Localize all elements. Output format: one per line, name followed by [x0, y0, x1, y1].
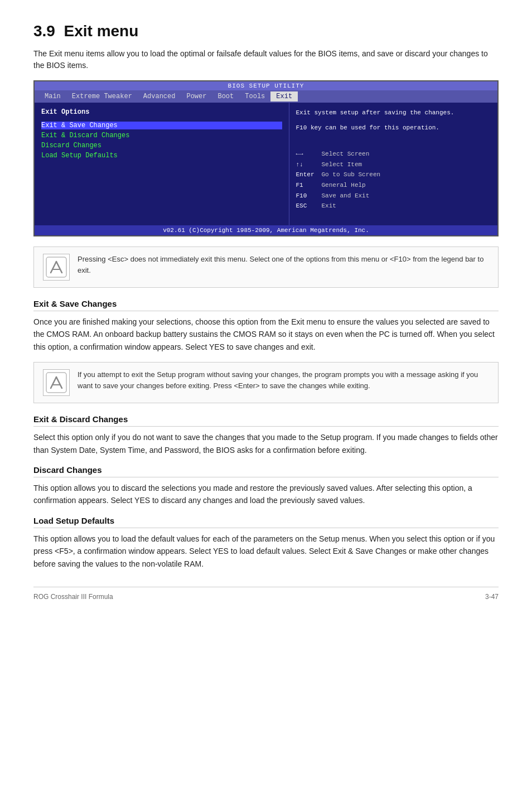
bios-nav-boot[interactable]: Boot: [212, 91, 239, 102]
section-heading-discard: Discard Changes: [33, 465, 499, 477]
bios-key-f10-desc: Save and Exit: [322, 191, 370, 201]
bios-menu-load-defaults[interactable]: Load Setup Defaults: [41, 152, 282, 160]
bios-menu-exit-save[interactable]: Exit & Save Changes: [41, 122, 282, 129]
bios-menu-discard[interactable]: Discard Changes: [41, 142, 282, 149]
section-heading-exit-discard: Exit & Discard Changes: [33, 414, 499, 427]
bios-key-updown-desc: Select Item: [322, 160, 362, 170]
note-icon-2: [43, 369, 70, 396]
section-text-discard: This option allows you to discard the se…: [33, 482, 499, 507]
bios-nav-exit[interactable]: Exit: [270, 91, 298, 102]
bios-key-enter-desc: Go to Sub Screen: [322, 170, 381, 180]
bios-key-f1: F1: [296, 180, 318, 191]
bios-header: BIOS SETUP UTILITY: [35, 81, 497, 90]
bios-legend-row-5: F10 Save and Exit: [296, 191, 491, 201]
bios-left-panel: Exit Options Exit & Save Changes Exit & …: [35, 103, 289, 225]
bios-desc-2: F10 key can be used for this operation.: [296, 123, 491, 133]
svg-line-2: [56, 262, 62, 273]
bios-key-updown: ↑↓: [296, 160, 318, 170]
bios-footer: v02.61 (C)Copyright 1985-2009, American …: [35, 225, 497, 235]
intro-paragraph: The Exit menu items allow you to load th…: [33, 48, 499, 71]
bios-key-esc: ESC: [296, 201, 318, 211]
bios-nav-main[interactable]: Main: [39, 91, 66, 102]
section-text-exit-discard: Select this option only if you do not wa…: [33, 431, 499, 456]
bios-body: Exit Options Exit & Save Changes Exit & …: [35, 103, 497, 225]
bios-key-arrows-desc: Select Screen: [322, 149, 370, 160]
bios-desc-1: Exit system setup after saving the chang…: [296, 108, 491, 118]
bios-nav-advanced[interactable]: Advanced: [138, 91, 181, 102]
bios-mockup: BIOS SETUP UTILITY Main Extreme Tweaker …: [33, 80, 499, 236]
bios-section-title: Exit Options: [41, 108, 282, 116]
note-box-2: If you attempt to exit the Setup program…: [33, 362, 499, 403]
page-footer: ROG Crosshair III Formula 3-47: [33, 587, 499, 601]
section-heading-load-defaults: Load Setup Defaults: [33, 516, 499, 528]
note-text-2: If you attempt to exit the Setup program…: [78, 369, 489, 391]
bios-nav-power[interactable]: Power: [181, 91, 212, 102]
bios-key-arrows: ←→: [296, 149, 318, 160]
bios-nav: Main Extreme Tweaker Advanced Power Boot…: [35, 90, 497, 103]
svg-line-5: [51, 377, 56, 388]
bios-legend-row-3: Enter Go to Sub Screen: [296, 170, 491, 180]
section-heading-exit-save: Exit & Save Changes: [33, 299, 499, 311]
bios-key-f1-desc: General Help: [322, 180, 366, 191]
svg-rect-0: [46, 257, 66, 277]
footer-right: 3-47: [485, 593, 499, 601]
page-title: 3.9 Exit menu: [33, 22, 499, 40]
bios-key-esc-desc: Exit: [322, 201, 336, 211]
note-text-1: Pressing <Esc> does not immediately exit…: [78, 254, 489, 276]
svg-rect-4: [46, 373, 66, 393]
bios-right-panel: Exit system setup after saving the chang…: [289, 103, 498, 225]
svg-line-1: [51, 262, 56, 273]
bios-legend-row-4: F1 General Help: [296, 180, 491, 191]
bios-key-enter: Enter: [296, 170, 318, 180]
bios-menu-exit-discard[interactable]: Exit & Discard Changes: [41, 132, 282, 139]
bios-legend-row-6: ESC Exit: [296, 201, 491, 211]
section-text-exit-save: Once you are finished making your select…: [33, 316, 499, 353]
pencil-icon: [45, 256, 67, 278]
bios-legend-row-2: ↑↓ Select Item: [296, 160, 491, 170]
pencil-icon-2: [45, 371, 67, 394]
note-icon-1: [43, 254, 70, 281]
note-box-1: Pressing <Esc> does not immediately exit…: [33, 247, 499, 288]
svg-line-6: [56, 377, 62, 388]
bios-nav-extreme[interactable]: Extreme Tweaker: [66, 91, 138, 102]
bios-nav-tools[interactable]: Tools: [239, 91, 270, 102]
footer-left: ROG Crosshair III Formula: [33, 593, 113, 601]
bios-legend-row-1: ←→ Select Screen: [296, 149, 491, 160]
bios-key-f10: F10: [296, 191, 318, 201]
bios-legend: ←→ Select Screen ↑↓ Select Item Enter Go…: [296, 149, 491, 211]
section-text-load-defaults: This option allows you to load the defau…: [33, 533, 499, 570]
